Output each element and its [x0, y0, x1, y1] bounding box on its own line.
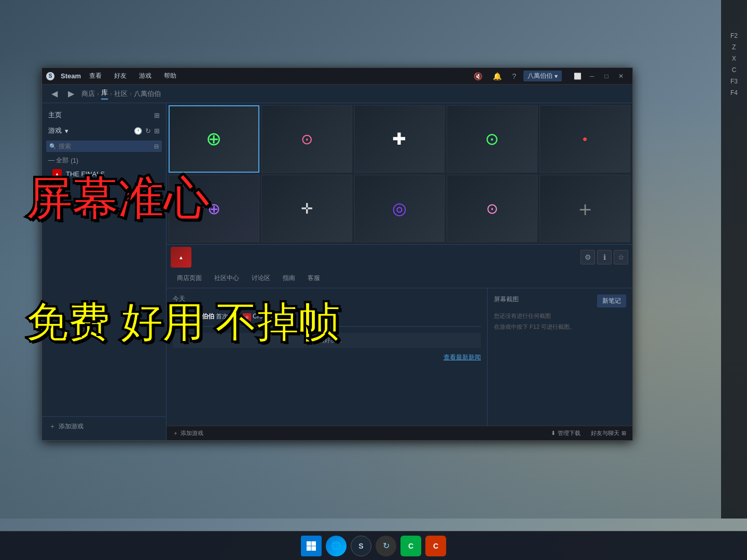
- screenshot-cell-add[interactable]: ＋: [540, 175, 630, 242]
- new-note-button[interactable]: 新笔记: [597, 295, 626, 307]
- maximize-button[interactable]: □: [599, 71, 614, 81]
- volume-icon[interactable]: 🔇: [471, 71, 486, 81]
- svg-rect-0: [307, 541, 311, 546]
- tab-discussion[interactable]: 讨论区: [245, 270, 276, 288]
- close-button[interactable]: ✕: [614, 71, 628, 81]
- menu-games[interactable]: 游戏: [137, 71, 154, 81]
- screenshot-cell-2[interactable]: ⊙: [261, 105, 352, 173]
- refresh-icon[interactable]: ↻: [145, 127, 151, 135]
- tab-support[interactable]: 客服: [301, 270, 326, 288]
- sidebar-section-all: — 全部 (1): [42, 154, 166, 167]
- bread-store[interactable]: 商店: [81, 89, 95, 99]
- menu-view[interactable]: 查看: [87, 71, 104, 81]
- menu-help[interactable]: 帮助: [162, 71, 178, 81]
- options-icon[interactable]: ⊞: [154, 127, 160, 135]
- status-right: ⬇ 管理下载 好友与聊天 ⊞: [549, 428, 628, 438]
- sidebar-game-item-finals[interactable]: ▲ THE FINALS: [42, 167, 166, 180]
- friends-chat-button[interactable]: 好友与聊天 ⊞: [589, 428, 628, 438]
- friends-icon: ⊞: [621, 430, 626, 437]
- screenshot-cell-9[interactable]: ⊙: [447, 175, 537, 242]
- info-button[interactable]: ℹ: [597, 250, 612, 264]
- add-game-status-button[interactable]: ＋ 添加游戏: [171, 428, 205, 438]
- activity-area: 今天 ? 八萬伯伯 首次启动 ◎ Crosshair V2 您的好友...: [167, 288, 632, 426]
- dropdown-icon: ▾: [555, 73, 558, 80]
- back-button[interactable]: ◀: [48, 88, 61, 100]
- bread-library[interactable]: 库: [101, 88, 108, 100]
- taskbar-camtasia-red-icon[interactable]: C: [425, 536, 446, 556]
- taskbar-camtasia-green-icon[interactable]: C: [400, 536, 421, 556]
- no-screenshot-text: 您还没有进行任何截图: [494, 312, 626, 320]
- filter-icon[interactable]: ⊟: [154, 143, 159, 150]
- add-crosshair-icon: ＋: [575, 194, 596, 223]
- plus-icon: ＋: [49, 422, 56, 431]
- crosshair-white-plus-icon: ✚: [392, 129, 406, 149]
- forward-button[interactable]: ▶: [65, 88, 77, 100]
- status-left: ＋ 添加游戏: [171, 428, 205, 438]
- game-info-bar: ▲ ⚙ ℹ ☆: [167, 244, 632, 270]
- add-game-button[interactable]: ＋ 添加游戏: [46, 420, 87, 433]
- download-icon: ⬇: [551, 430, 556, 437]
- activity-left: 今天 ? 八萬伯伯 首次启动 ◎ Crosshair V2 您的好友...: [167, 288, 487, 426]
- steam-brand: Steam: [61, 72, 81, 80]
- screenshot-cell-3[interactable]: ✚: [354, 105, 445, 173]
- screenshot-hint: 在游戏中按下 F12 可进行截图。: [494, 323, 626, 331]
- tab-store[interactable]: 商店页面: [171, 270, 208, 288]
- tab-guide[interactable]: 指南: [276, 270, 301, 288]
- screenshot-cell-5[interactable]: ●: [540, 105, 630, 173]
- taskbar-edge-icon[interactable]: 🌐: [326, 536, 347, 556]
- game-title-area: ▲: [171, 247, 191, 268]
- question-icon: ?: [173, 311, 185, 323]
- username: 八萬伯伯: [528, 72, 552, 80]
- favorite-button[interactable]: ☆: [614, 250, 628, 264]
- title-bar: S Steam 查看 好友 游戏 帮助 🔇 🔔 ? 八萬伯伯 ▾ ⬜ ─ □ ✕: [42, 68, 632, 85]
- manage-downloads-button[interactable]: ⬇ 管理下载: [549, 428, 583, 438]
- monitor-icon[interactable]: ⬜: [570, 71, 585, 81]
- activity-right: 屏幕截图 新笔记 您还没有进行任何截图 在游戏中按下 F12 可进行截图。: [487, 288, 632, 426]
- tab-community[interactable]: 社区中心: [208, 270, 245, 288]
- news-section: 您的好友...: [173, 333, 481, 348]
- notification-icon[interactable]: 🔔: [490, 71, 505, 81]
- game-content: ⊕ ⊙ ✚ ⊙: [167, 103, 632, 440]
- window-controls: ⬜ ─ □ ✕: [570, 71, 628, 81]
- grid-icon[interactable]: ⊞: [154, 111, 160, 119]
- home-label[interactable]: 主页: [48, 110, 62, 120]
- taskbar-windows-icon[interactable]: [301, 536, 322, 556]
- screenshot-cell-1[interactable]: ⊕: [169, 105, 259, 173]
- game-logo-finals-small: ▲: [52, 169, 62, 178]
- screenshot-cell-6[interactable]: ⊕: [169, 175, 259, 242]
- taskbar-sync-icon[interactable]: ↻: [376, 536, 396, 556]
- sidebar-games-header[interactable]: 游戏 ▾ 🕐 ↻ ⊞: [42, 123, 166, 138]
- taskbar-steam-icon[interactable]: S: [351, 536, 371, 556]
- title-bar-left: S Steam 查看 好友 游戏 帮助: [46, 71, 471, 81]
- crosshair-white2-icon: ✛: [301, 200, 313, 217]
- key-f3: F3: [721, 77, 747, 86]
- svg-rect-1: [312, 541, 316, 546]
- bread-user[interactable]: 八萬伯伯: [134, 89, 161, 99]
- bread-community[interactable]: 社区: [114, 89, 128, 99]
- activity-game-name: Crosshair V2: [253, 313, 288, 320]
- screenshot-cell-4[interactable]: ⊙: [447, 105, 537, 173]
- game-name-label: THE FINALS: [66, 170, 105, 178]
- sidebar-bottom: ＋ 添加游戏: [42, 416, 166, 436]
- settings-button[interactable]: ⚙: [580, 250, 595, 264]
- add-game-label: 添加游戏: [59, 422, 84, 431]
- search-input[interactable]: [46, 141, 162, 152]
- news-link[interactable]: 查看最新新闻: [444, 354, 481, 361]
- steam-window: S Steam 查看 好友 游戏 帮助 🔇 🔔 ? 八萬伯伯 ▾ ⬜ ─ □ ✕: [42, 67, 633, 441]
- screenshot-section-title: 屏幕截图: [494, 295, 519, 304]
- screenshots-grid: ⊕ ⊙ ✚ ⊙: [167, 103, 632, 244]
- screenshot-cell-7[interactable]: ✛: [261, 175, 352, 242]
- screenshot-cell-8[interactable]: ◎: [354, 175, 445, 242]
- menu-friends[interactable]: 好友: [112, 71, 129, 81]
- dropdown-arrow-icon: ▾: [65, 127, 68, 135]
- user-menu[interactable]: 八萬伯伯 ▾: [523, 71, 562, 81]
- crosshair-pink2-icon: ⊙: [486, 200, 498, 217]
- svg-rect-2: [307, 546, 311, 551]
- minimize-button[interactable]: ─: [585, 71, 599, 81]
- clock-icon[interactable]: 🕐: [134, 127, 142, 135]
- home-icons: ⊞: [154, 111, 160, 119]
- menu-bar: 查看 好友 游戏 帮助: [87, 71, 178, 81]
- game-tabs: 商店页面 社区中心 讨论区 指南 客服: [167, 270, 632, 288]
- section-all-label: — 全部: [48, 156, 68, 165]
- help-icon[interactable]: ?: [509, 71, 519, 81]
